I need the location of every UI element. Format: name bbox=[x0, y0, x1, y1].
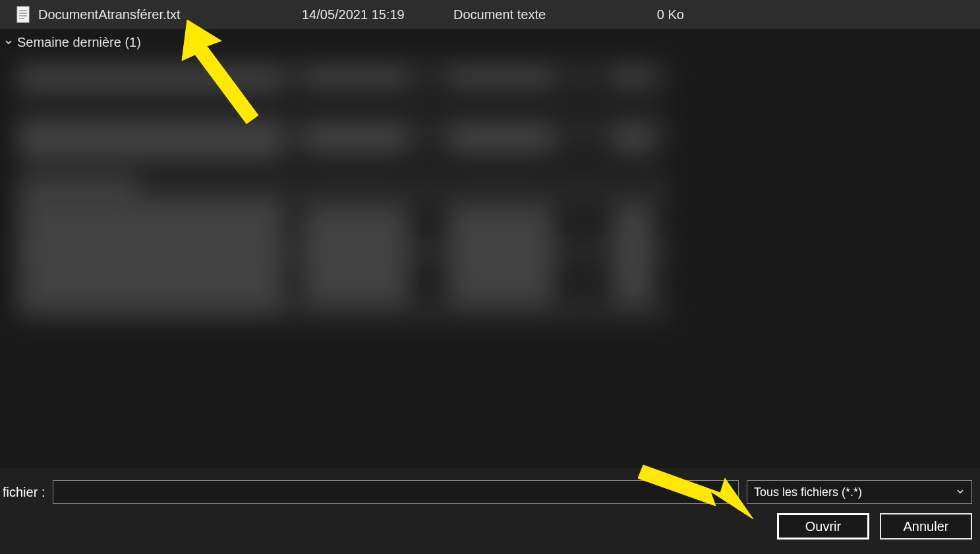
open-button[interactable]: Ouvrir bbox=[777, 513, 869, 540]
text-file-icon bbox=[16, 5, 30, 24]
file-type: Document texte bbox=[453, 7, 625, 22]
chevron-down-icon bbox=[4, 38, 13, 47]
file-row[interactable]: DocumentAtransférer.txt 14/05/2021 15:19… bbox=[0, 0, 980, 29]
group-header-last-week[interactable]: Semaine dernière (1) bbox=[0, 29, 980, 55]
cancel-button[interactable]: Annuler bbox=[880, 513, 972, 540]
file-list: DocumentAtransférer.txt 14/05/2021 15:19… bbox=[0, 0, 980, 461]
file-size: 0 Ko bbox=[625, 7, 697, 22]
redacted-file-rows bbox=[13, 61, 672, 324]
filetype-select[interactable]: Tous les fichiers (*.*) bbox=[747, 480, 972, 504]
file-name: DocumentAtransférer.txt bbox=[38, 7, 302, 22]
filetype-selected-label: Tous les fichiers (*.*) bbox=[754, 485, 862, 499]
group-header-label: Semaine dernière (1) bbox=[17, 35, 141, 50]
dialog-bottom-bar: fichier : Tous les fichiers (*.*) Ouvrir… bbox=[0, 468, 980, 554]
svg-rect-0 bbox=[17, 7, 29, 22]
open-button-label: Ouvrir bbox=[805, 519, 841, 534]
chevron-down-icon bbox=[956, 485, 965, 499]
file-date: 14/05/2021 15:19 bbox=[302, 7, 453, 22]
filename-label: fichier : bbox=[3, 485, 45, 500]
cancel-button-label: Annuler bbox=[904, 519, 949, 534]
filename-input[interactable] bbox=[53, 480, 739, 504]
